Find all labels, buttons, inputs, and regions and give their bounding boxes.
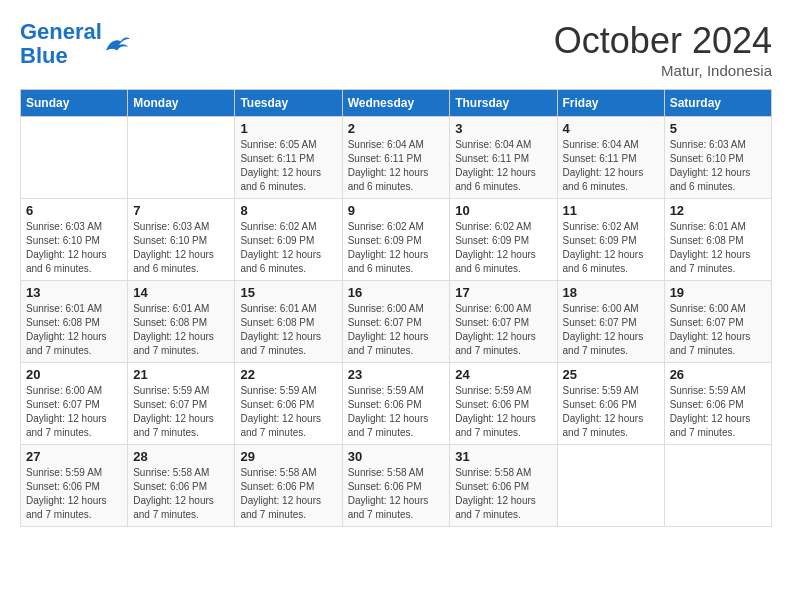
calendar-cell: 25Sunrise: 5:59 AM Sunset: 6:06 PM Dayli… bbox=[557, 363, 664, 445]
title-block: October 2024 Matur, Indonesia bbox=[554, 20, 772, 79]
calendar-cell: 5Sunrise: 6:03 AM Sunset: 6:10 PM Daylig… bbox=[664, 117, 771, 199]
calendar-cell: 1Sunrise: 6:05 AM Sunset: 6:11 PM Daylig… bbox=[235, 117, 342, 199]
day-header-monday: Monday bbox=[128, 90, 235, 117]
day-info: Sunrise: 6:02 AM Sunset: 6:09 PM Dayligh… bbox=[563, 220, 659, 276]
day-number: 28 bbox=[133, 449, 229, 464]
calendar-cell: 3Sunrise: 6:04 AM Sunset: 6:11 PM Daylig… bbox=[450, 117, 557, 199]
day-number: 4 bbox=[563, 121, 659, 136]
day-number: 31 bbox=[455, 449, 551, 464]
calendar-cell: 10Sunrise: 6:02 AM Sunset: 6:09 PM Dayli… bbox=[450, 199, 557, 281]
day-number: 23 bbox=[348, 367, 445, 382]
calendar-cell: 2Sunrise: 6:04 AM Sunset: 6:11 PM Daylig… bbox=[342, 117, 450, 199]
calendar-cell: 28Sunrise: 5:58 AM Sunset: 6:06 PM Dayli… bbox=[128, 445, 235, 527]
calendar-cell bbox=[128, 117, 235, 199]
calendar-week-row: 20Sunrise: 6:00 AM Sunset: 6:07 PM Dayli… bbox=[21, 363, 772, 445]
logo-text: GeneralBlue bbox=[20, 20, 102, 68]
day-info: Sunrise: 5:58 AM Sunset: 6:06 PM Dayligh… bbox=[133, 466, 229, 522]
day-info: Sunrise: 6:04 AM Sunset: 6:11 PM Dayligh… bbox=[455, 138, 551, 194]
day-info: Sunrise: 6:02 AM Sunset: 6:09 PM Dayligh… bbox=[240, 220, 336, 276]
day-info: Sunrise: 6:01 AM Sunset: 6:08 PM Dayligh… bbox=[133, 302, 229, 358]
day-info: Sunrise: 5:59 AM Sunset: 6:07 PM Dayligh… bbox=[133, 384, 229, 440]
day-number: 21 bbox=[133, 367, 229, 382]
calendar-cell: 4Sunrise: 6:04 AM Sunset: 6:11 PM Daylig… bbox=[557, 117, 664, 199]
calendar-week-row: 6Sunrise: 6:03 AM Sunset: 6:10 PM Daylig… bbox=[21, 199, 772, 281]
calendar-week-row: 13Sunrise: 6:01 AM Sunset: 6:08 PM Dayli… bbox=[21, 281, 772, 363]
day-number: 16 bbox=[348, 285, 445, 300]
day-info: Sunrise: 6:00 AM Sunset: 6:07 PM Dayligh… bbox=[670, 302, 766, 358]
calendar-table: SundayMondayTuesdayWednesdayThursdayFrid… bbox=[20, 89, 772, 527]
location-subtitle: Matur, Indonesia bbox=[554, 62, 772, 79]
day-number: 19 bbox=[670, 285, 766, 300]
day-number: 24 bbox=[455, 367, 551, 382]
page-header: GeneralBlue October 2024 Matur, Indonesi… bbox=[20, 20, 772, 79]
day-info: Sunrise: 6:00 AM Sunset: 6:07 PM Dayligh… bbox=[455, 302, 551, 358]
day-number: 29 bbox=[240, 449, 336, 464]
day-number: 11 bbox=[563, 203, 659, 218]
day-info: Sunrise: 5:59 AM Sunset: 6:06 PM Dayligh… bbox=[455, 384, 551, 440]
calendar-cell: 11Sunrise: 6:02 AM Sunset: 6:09 PM Dayli… bbox=[557, 199, 664, 281]
day-number: 9 bbox=[348, 203, 445, 218]
calendar-cell: 19Sunrise: 6:00 AM Sunset: 6:07 PM Dayli… bbox=[664, 281, 771, 363]
day-number: 10 bbox=[455, 203, 551, 218]
day-number: 25 bbox=[563, 367, 659, 382]
day-info: Sunrise: 6:01 AM Sunset: 6:08 PM Dayligh… bbox=[670, 220, 766, 276]
day-info: Sunrise: 5:58 AM Sunset: 6:06 PM Dayligh… bbox=[348, 466, 445, 522]
calendar-cell: 30Sunrise: 5:58 AM Sunset: 6:06 PM Dayli… bbox=[342, 445, 450, 527]
calendar-cell: 15Sunrise: 6:01 AM Sunset: 6:08 PM Dayli… bbox=[235, 281, 342, 363]
day-number: 13 bbox=[26, 285, 122, 300]
calendar-header-row: SundayMondayTuesdayWednesdayThursdayFrid… bbox=[21, 90, 772, 117]
day-header-thursday: Thursday bbox=[450, 90, 557, 117]
calendar-cell: 23Sunrise: 5:59 AM Sunset: 6:06 PM Dayli… bbox=[342, 363, 450, 445]
day-number: 1 bbox=[240, 121, 336, 136]
day-info: Sunrise: 6:02 AM Sunset: 6:09 PM Dayligh… bbox=[348, 220, 445, 276]
day-number: 6 bbox=[26, 203, 122, 218]
day-info: Sunrise: 6:00 AM Sunset: 6:07 PM Dayligh… bbox=[563, 302, 659, 358]
calendar-cell: 16Sunrise: 6:00 AM Sunset: 6:07 PM Dayli… bbox=[342, 281, 450, 363]
day-info: Sunrise: 6:05 AM Sunset: 6:11 PM Dayligh… bbox=[240, 138, 336, 194]
logo: GeneralBlue bbox=[20, 20, 132, 68]
day-number: 2 bbox=[348, 121, 445, 136]
day-number: 20 bbox=[26, 367, 122, 382]
calendar-body: 1Sunrise: 6:05 AM Sunset: 6:11 PM Daylig… bbox=[21, 117, 772, 527]
calendar-cell: 8Sunrise: 6:02 AM Sunset: 6:09 PM Daylig… bbox=[235, 199, 342, 281]
day-number: 17 bbox=[455, 285, 551, 300]
day-number: 15 bbox=[240, 285, 336, 300]
day-info: Sunrise: 6:04 AM Sunset: 6:11 PM Dayligh… bbox=[563, 138, 659, 194]
day-header-tuesday: Tuesday bbox=[235, 90, 342, 117]
day-info: Sunrise: 6:01 AM Sunset: 6:08 PM Dayligh… bbox=[240, 302, 336, 358]
day-info: Sunrise: 6:02 AM Sunset: 6:09 PM Dayligh… bbox=[455, 220, 551, 276]
day-info: Sunrise: 6:03 AM Sunset: 6:10 PM Dayligh… bbox=[26, 220, 122, 276]
calendar-cell: 27Sunrise: 5:59 AM Sunset: 6:06 PM Dayli… bbox=[21, 445, 128, 527]
calendar-cell: 29Sunrise: 5:58 AM Sunset: 6:06 PM Dayli… bbox=[235, 445, 342, 527]
calendar-cell: 24Sunrise: 5:59 AM Sunset: 6:06 PM Dayli… bbox=[450, 363, 557, 445]
day-info: Sunrise: 5:59 AM Sunset: 6:06 PM Dayligh… bbox=[670, 384, 766, 440]
day-info: Sunrise: 5:58 AM Sunset: 6:06 PM Dayligh… bbox=[455, 466, 551, 522]
day-number: 14 bbox=[133, 285, 229, 300]
calendar-cell: 21Sunrise: 5:59 AM Sunset: 6:07 PM Dayli… bbox=[128, 363, 235, 445]
day-info: Sunrise: 6:03 AM Sunset: 6:10 PM Dayligh… bbox=[670, 138, 766, 194]
calendar-cell: 26Sunrise: 5:59 AM Sunset: 6:06 PM Dayli… bbox=[664, 363, 771, 445]
day-info: Sunrise: 5:58 AM Sunset: 6:06 PM Dayligh… bbox=[240, 466, 336, 522]
day-info: Sunrise: 6:04 AM Sunset: 6:11 PM Dayligh… bbox=[348, 138, 445, 194]
day-number: 27 bbox=[26, 449, 122, 464]
day-info: Sunrise: 5:59 AM Sunset: 6:06 PM Dayligh… bbox=[26, 466, 122, 522]
calendar-cell: 22Sunrise: 5:59 AM Sunset: 6:06 PM Dayli… bbox=[235, 363, 342, 445]
day-info: Sunrise: 6:00 AM Sunset: 6:07 PM Dayligh… bbox=[348, 302, 445, 358]
day-info: Sunrise: 5:59 AM Sunset: 6:06 PM Dayligh… bbox=[563, 384, 659, 440]
day-header-sunday: Sunday bbox=[21, 90, 128, 117]
day-number: 18 bbox=[563, 285, 659, 300]
day-info: Sunrise: 6:03 AM Sunset: 6:10 PM Dayligh… bbox=[133, 220, 229, 276]
day-number: 3 bbox=[455, 121, 551, 136]
calendar-week-row: 1Sunrise: 6:05 AM Sunset: 6:11 PM Daylig… bbox=[21, 117, 772, 199]
calendar-cell: 14Sunrise: 6:01 AM Sunset: 6:08 PM Dayli… bbox=[128, 281, 235, 363]
day-number: 12 bbox=[670, 203, 766, 218]
calendar-cell: 31Sunrise: 5:58 AM Sunset: 6:06 PM Dayli… bbox=[450, 445, 557, 527]
day-header-friday: Friday bbox=[557, 90, 664, 117]
calendar-cell bbox=[557, 445, 664, 527]
calendar-cell: 7Sunrise: 6:03 AM Sunset: 6:10 PM Daylig… bbox=[128, 199, 235, 281]
calendar-cell: 18Sunrise: 6:00 AM Sunset: 6:07 PM Dayli… bbox=[557, 281, 664, 363]
day-info: Sunrise: 5:59 AM Sunset: 6:06 PM Dayligh… bbox=[240, 384, 336, 440]
calendar-cell: 6Sunrise: 6:03 AM Sunset: 6:10 PM Daylig… bbox=[21, 199, 128, 281]
day-number: 5 bbox=[670, 121, 766, 136]
month-title: October 2024 bbox=[554, 20, 772, 62]
